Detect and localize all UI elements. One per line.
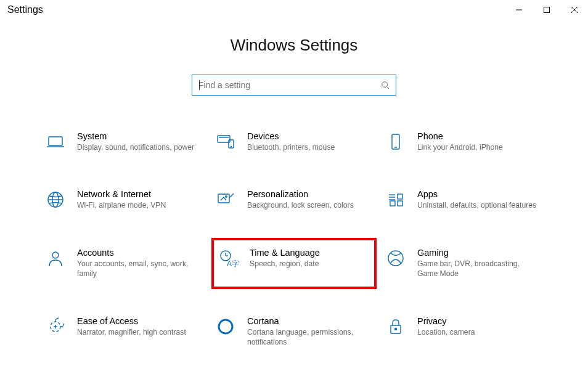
category-text: Ease of AccessNarrator, magnifier, high …	[77, 316, 203, 337]
search-icon	[381, 81, 390, 89]
window-titlebar: Settings	[0, 0, 588, 20]
category-tile-ease-of-access[interactable]: Ease of AccessNarrator, magnifier, high …	[41, 312, 206, 351]
category-tile-system[interactable]: SystemDisplay, sound, notifications, pow…	[41, 128, 206, 156]
category-desc: Background, lock screen, colors	[247, 200, 367, 210]
devices-icon	[215, 131, 236, 152]
category-title: Network & Internet	[77, 189, 197, 199]
cortana-icon	[215, 316, 236, 337]
category-tile-devices[interactable]: DevicesBluetooth, printers, mouse	[211, 128, 377, 156]
laptop-icon	[45, 131, 66, 152]
category-tile-gaming[interactable]: GamingGame bar, DVR, broadcasting, Game …	[382, 244, 547, 283]
category-text: AccountsYour accounts, email, sync, work…	[77, 248, 203, 279]
category-tile-apps[interactable]: AppsUninstall, defaults, optional featur…	[382, 186, 547, 214]
maximize-icon	[544, 7, 550, 13]
text-caret	[199, 80, 200, 90]
category-text: DevicesBluetooth, printers, mouse	[247, 131, 373, 152]
svg-rect-1	[544, 7, 549, 13]
category-title: Gaming	[417, 248, 537, 258]
clock-lang-icon	[218, 248, 239, 269]
category-text: SystemDisplay, sound, notifications, pow…	[77, 131, 203, 152]
category-text: AppsUninstall, defaults, optional featur…	[417, 189, 543, 210]
category-title: Personalization	[247, 189, 367, 199]
category-title: Apps	[417, 189, 537, 199]
category-tile-personalization[interactable]: PersonalizationBackground, lock screen, …	[211, 186, 377, 214]
category-desc: Bluetooth, printers, mouse	[247, 142, 367, 152]
category-title: Cortana	[247, 316, 367, 326]
category-desc: Game bar, DVR, broadcasting, Game Mode	[417, 259, 537, 279]
category-desc: Uninstall, defaults, optional features	[417, 200, 537, 210]
ease-icon	[45, 316, 66, 337]
svg-point-4	[382, 82, 388, 88]
category-title: Privacy	[417, 316, 537, 326]
category-tile-time-language[interactable]: Time & LanguageSpeech, region, date	[211, 238, 377, 289]
category-tile-cortana[interactable]: CortanaCortana language, permissions, no…	[211, 312, 377, 351]
category-text: PhoneLink your Android, iPhone	[417, 131, 543, 152]
category-text: GamingGame bar, DVR, broadcasting, Game …	[417, 248, 543, 279]
category-tile-privacy[interactable]: PrivacyLocation, camera	[382, 312, 547, 351]
close-button[interactable]	[560, 0, 588, 20]
minimize-button[interactable]	[505, 0, 533, 20]
category-title: Devices	[247, 131, 367, 141]
search-box[interactable]	[192, 75, 396, 96]
category-title: System	[77, 131, 197, 141]
category-desc: Speech, region, date	[250, 259, 364, 269]
category-title: Time & Language	[250, 248, 364, 258]
category-text: CortanaCortana language, permissions, no…	[247, 316, 373, 348]
search-input[interactable]	[198, 80, 381, 90]
maximize-button[interactable]	[533, 0, 560, 20]
category-desc: Wi-Fi, airplane mode, VPN	[77, 200, 197, 210]
category-title: Ease of Access	[77, 316, 197, 326]
category-desc: Display, sound, notifications, power	[77, 142, 197, 152]
person-icon	[45, 248, 66, 269]
close-icon	[571, 7, 578, 13]
svg-line-5	[387, 87, 390, 89]
category-text: Time & LanguageSpeech, region, date	[250, 248, 370, 269]
window-title: Settings	[7, 4, 43, 15]
category-desc: Location, camera	[417, 327, 537, 337]
category-title: Phone	[417, 131, 537, 141]
globe-icon	[45, 189, 66, 210]
category-title: Accounts	[77, 248, 197, 258]
apps-icon	[385, 189, 406, 210]
category-desc: Link your Android, iPhone	[417, 142, 537, 152]
window-controls	[505, 0, 588, 20]
category-text: Network & InternetWi-Fi, airplane mode, …	[77, 189, 203, 210]
category-tile-network[interactable]: Network & InternetWi-Fi, airplane mode, …	[41, 186, 206, 214]
brush-icon	[215, 189, 236, 210]
phone-icon	[385, 131, 406, 152]
page-title: Windows Settings	[0, 36, 588, 55]
category-tile-accounts[interactable]: AccountsYour accounts, email, sync, work…	[41, 244, 206, 283]
category-text: PersonalizationBackground, lock screen, …	[247, 189, 373, 210]
category-desc: Cortana language, permissions, notificat…	[247, 327, 367, 348]
minimize-icon	[516, 7, 522, 13]
lock-icon	[385, 316, 406, 337]
xbox-icon	[385, 248, 406, 269]
category-text: PrivacyLocation, camera	[417, 316, 543, 337]
category-tile-phone[interactable]: PhoneLink your Android, iPhone	[382, 128, 547, 156]
settings-grid: SystemDisplay, sound, notifications, pow…	[41, 128, 547, 351]
category-desc: Narrator, magnifier, high contrast	[77, 327, 197, 337]
category-desc: Your accounts, email, sync, work, family	[77, 259, 197, 279]
